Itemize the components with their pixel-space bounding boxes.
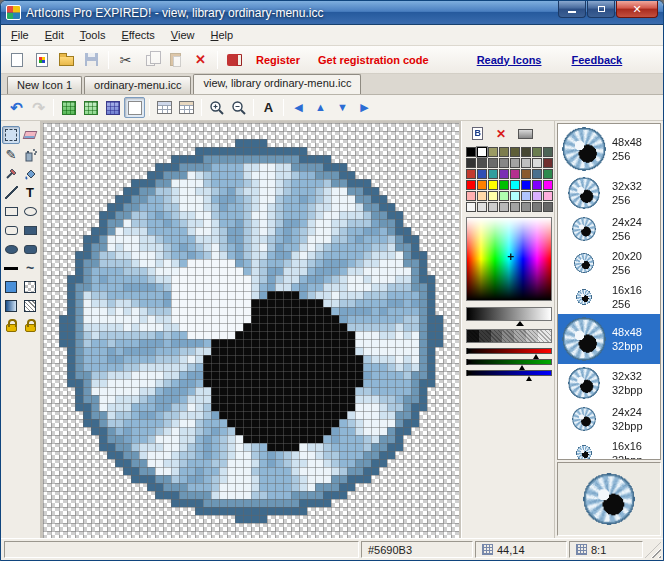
palette-swatch-44[interactable] — [510, 202, 520, 212]
curve-tool[interactable]: ~ — [21, 259, 39, 277]
dither-gradient-bar[interactable] — [466, 329, 552, 343]
format-item-24x24-32bpp[interactable]: 24x2432bpp — [558, 402, 660, 436]
rectangle-tool[interactable] — [2, 202, 20, 220]
open-button[interactable] — [55, 48, 78, 71]
palette-swatch-22[interactable] — [532, 169, 542, 179]
palette-swatch-34[interactable] — [488, 191, 498, 201]
airbrush-tool[interactable] — [21, 145, 39, 163]
pixel-editor-canvas[interactable] — [43, 123, 459, 538]
palette-swatch-38[interactable] — [532, 191, 542, 201]
format-item-48x48-256[interactable]: 48x48256 — [558, 124, 660, 174]
palette-swatch-15[interactable] — [543, 158, 553, 168]
palette-swatch-37[interactable] — [521, 191, 531, 201]
show-grid-button[interactable] — [124, 97, 145, 118]
palette-swatch-1[interactable] — [477, 147, 487, 157]
palette-swatch-41[interactable] — [477, 202, 487, 212]
blackboard-button[interactable] — [514, 124, 536, 143]
minimize-button[interactable] — [558, 1, 586, 18]
palette-swatch-14[interactable] — [532, 158, 542, 168]
line-tool[interactable] — [2, 183, 20, 201]
palette-swatch-7[interactable] — [543, 147, 553, 157]
blue-channel-slider[interactable] — [466, 370, 552, 376]
red-channel-slider[interactable] — [466, 348, 552, 354]
palette-swatch-46[interactable] — [532, 202, 542, 212]
ready-icons-link[interactable]: Ready Icons — [477, 54, 542, 66]
menu-file[interactable]: File — [3, 27, 37, 43]
palette-swatch-5[interactable] — [521, 147, 531, 157]
zoom-in-button[interactable] — [206, 97, 227, 118]
lock-transparency-button[interactable] — [21, 316, 39, 334]
palette-swatch-0[interactable] — [466, 147, 476, 157]
select-tool[interactable] — [2, 126, 20, 144]
palette-swatch-4[interactable] — [510, 147, 520, 157]
palette-swatch-42[interactable] — [488, 202, 498, 212]
palette-swatch-9[interactable] — [477, 158, 487, 168]
palette-swatch-6[interactable] — [532, 147, 542, 157]
palette-swatch-10[interactable] — [488, 158, 498, 168]
palette-swatch-13[interactable] — [521, 158, 531, 168]
palette-swatch-23[interactable] — [543, 169, 553, 179]
palette-swatch-28[interactable] — [510, 180, 520, 190]
cut-button[interactable]: ✂ — [114, 48, 137, 71]
filled-rounded-rect-tool[interactable] — [21, 240, 39, 258]
menu-help[interactable]: Help — [203, 27, 242, 43]
fill-grid-button[interactable] — [80, 97, 101, 118]
shift-left-button[interactable]: ◀ — [288, 97, 309, 118]
palette-swatch-2[interactable] — [488, 147, 498, 157]
rounded-rect-tool[interactable] — [2, 221, 20, 239]
palette-swatch-18[interactable] — [488, 169, 498, 179]
format-item-32x32-256[interactable]: 32x32256 — [558, 174, 660, 212]
ellipse-tool[interactable] — [21, 202, 39, 220]
text-tool[interactable]: T — [21, 183, 39, 201]
green-channel-slider[interactable] — [466, 359, 552, 365]
menu-effects[interactable]: Effects — [113, 27, 162, 43]
menu-tools[interactable]: Tools — [72, 27, 114, 43]
remove-color-button[interactable]: ✕ — [490, 124, 512, 143]
format-item-16x16-256[interactable]: 16x16256 — [558, 280, 660, 314]
shift-down-button[interactable]: ▼ — [332, 97, 353, 118]
zoom-out-button[interactable] — [228, 97, 249, 118]
palette-swatch-35[interactable] — [499, 191, 509, 201]
new-library-button[interactable] — [30, 48, 53, 71]
palette-swatch-16[interactable] — [466, 169, 476, 179]
palette-swatch-40[interactable] — [466, 202, 476, 212]
fill-tool[interactable] — [21, 164, 39, 182]
color-dialog-button[interactable] — [466, 124, 488, 143]
format-item-48x48-32bpp[interactable]: 48x4832bpp — [558, 314, 660, 364]
palette-swatch-25[interactable] — [477, 180, 487, 190]
palette-swatch-47[interactable] — [543, 202, 553, 212]
filled-rectangle-tool[interactable] — [21, 221, 39, 239]
palette-swatch-27[interactable] — [499, 180, 509, 190]
eraser-tool[interactable] — [21, 126, 39, 144]
background-color-swatch[interactable] — [21, 278, 39, 296]
color-picker-tool[interactable] — [2, 164, 20, 182]
lock-colors-button[interactable] — [2, 316, 20, 334]
paste-button[interactable] — [164, 48, 187, 71]
palette-swatch-21[interactable] — [521, 169, 531, 179]
get-registration-code-link[interactable]: Get registration code — [318, 54, 429, 66]
tab-1[interactable]: ordinary-menu.icc — [84, 76, 191, 94]
menu-edit[interactable]: Edit — [37, 27, 72, 43]
palette-swatch-8[interactable] — [466, 158, 476, 168]
luminance-slider[interactable] — [466, 307, 552, 321]
palette-swatch-29[interactable] — [521, 180, 531, 190]
format-item-20x20-256[interactable]: 20x20256 — [558, 246, 660, 280]
delete-button[interactable]: ✕ — [189, 48, 212, 71]
hue-saturation-picker[interactable]: + — [466, 217, 552, 301]
maximize-button[interactable] — [587, 1, 615, 18]
undo-button[interactable]: ↶ — [6, 97, 27, 118]
palette-swatch-43[interactable] — [499, 202, 509, 212]
close-button[interactable]: ✕ — [616, 1, 658, 18]
palette-swatch-45[interactable] — [521, 202, 531, 212]
pen-grid-button[interactable] — [58, 97, 79, 118]
palette-swatch-39[interactable] — [543, 191, 553, 201]
line-width-selector[interactable] — [2, 259, 20, 277]
palette-grid-button[interactable] — [102, 97, 123, 118]
palette-swatch-31[interactable] — [543, 180, 553, 190]
redo-button[interactable]: ↷ — [28, 97, 49, 118]
feedback-link[interactable]: Feedback — [571, 54, 622, 66]
save-button[interactable] — [80, 48, 103, 71]
hotspot-button[interactable]: A — [258, 97, 279, 118]
tab-2[interactable]: view, library ordinary-menu.icc — [193, 74, 361, 94]
format-item-16x16-32bpp[interactable]: 16x1632bpp — [558, 436, 660, 460]
